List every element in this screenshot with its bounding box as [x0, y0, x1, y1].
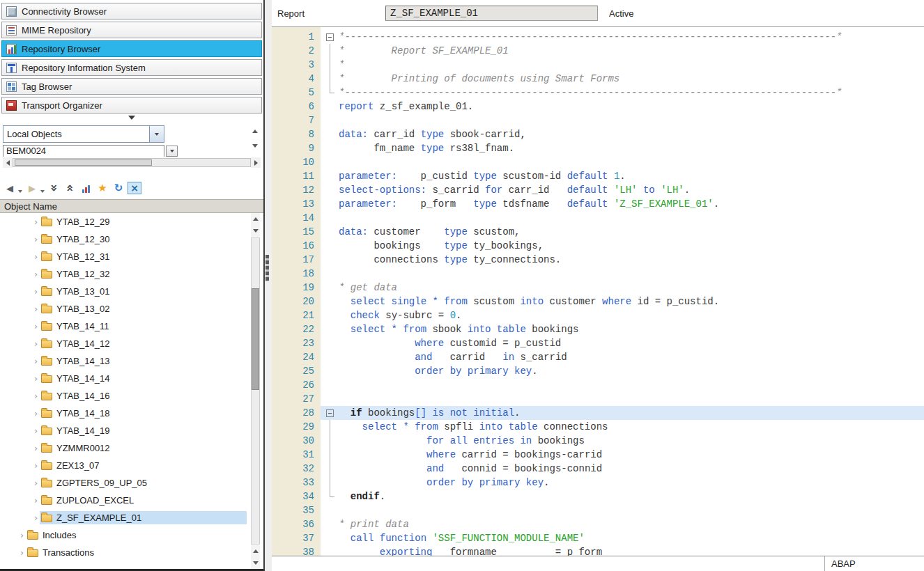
code-line[interactable]: 31 where carrid = bookings-carrid [272, 448, 924, 462]
code-line[interactable]: 36* print data [272, 517, 924, 531]
code-line[interactable]: 35 [272, 503, 924, 517]
code-line[interactable]: 26 [272, 378, 924, 392]
vertical-scroll-track[interactable] [251, 237, 260, 545]
tree-item-ytab_14_13[interactable]: ›YTAB_14_13 [0, 352, 263, 370]
tree-item-includes[interactable]: ›Includes [0, 526, 263, 544]
chevron-right-icon[interactable]: › [32, 234, 40, 244]
scroll-down-icon[interactable] [252, 144, 258, 148]
back-menu-caret-icon[interactable] [18, 190, 22, 193]
nav-repository-browser[interactable]: Repository Browser [1, 40, 262, 57]
tree-item-ytab_14_14[interactable]: ›YTAB_14_14 [0, 370, 263, 387]
chevron-right-icon[interactable]: › [32, 478, 40, 488]
chevron-right-icon[interactable]: › [18, 547, 26, 558]
code-line[interactable]: 13parameter: p_form type tdsfname defaul… [272, 197, 924, 211]
mini-vertical-scrollbar[interactable] [252, 130, 258, 148]
chevron-right-icon[interactable]: › [32, 513, 40, 523]
value-list-button[interactable] [166, 146, 178, 157]
scroll-down-button-bottom[interactable] [251, 557, 260, 569]
horizontal-scroll-thumb[interactable] [15, 159, 152, 166]
chevron-right-icon[interactable]: › [32, 269, 40, 279]
nav-tag-browser[interactable]: Tag Browser [1, 78, 262, 95]
scroll-up-button[interactable] [251, 213, 260, 225]
panel-splitter[interactable] [263, 0, 272, 571]
horizontal-scrollbar[interactable] [3, 157, 261, 168]
forward-icon[interactable] [25, 181, 39, 195]
chevron-right-icon[interactable]: › [32, 338, 40, 349]
code-line[interactable]: 34 endif. [272, 490, 924, 503]
code-line[interactable]: 37 call function 'SSF_FUNCTION_MODULE_NA… [272, 531, 924, 545]
refresh-icon[interactable] [111, 181, 125, 195]
code-line[interactable]: 15data: customer type scustom, [272, 225, 924, 239]
chevron-right-icon[interactable]: › [32, 321, 40, 331]
favorites-star-icon[interactable] [95, 181, 109, 195]
expand-all-icon[interactable] [47, 181, 61, 195]
code-editor[interactable]: 1*--------------------------------------… [272, 27, 924, 556]
splitter-grip-icon[interactable] [265, 255, 269, 281]
forward-menu-caret-icon[interactable] [40, 190, 45, 193]
tree-item-yzmmr0012[interactable]: ›YZMMR0012 [0, 439, 263, 457]
code-line[interactable]: 23 where customid = p_custid [272, 336, 924, 350]
dropdown-open-button[interactable] [149, 126, 164, 142]
nav-repository-information-system[interactable]: Repository Information System [1, 59, 262, 76]
chevron-right-icon[interactable]: › [32, 443, 40, 453]
chevron-right-icon[interactable]: › [32, 408, 40, 419]
tree-item-ytab_13_01[interactable]: ›YTAB_13_01 [0, 283, 263, 300]
code-line[interactable]: 6report z_sf_example_01. [272, 100, 924, 114]
code-line[interactable]: 28 if bookings[] is not initial. [272, 406, 924, 420]
back-icon[interactable] [3, 181, 17, 195]
code-line[interactable]: 12select-options: s_carrid for carr_id d… [272, 183, 924, 197]
code-line[interactable]: 30 for all entries in bookings [272, 434, 924, 448]
horizontal-scroll-track[interactable] [13, 158, 251, 167]
tree-item-ytab_14_12[interactable]: ›YTAB_14_12 [0, 335, 263, 352]
code-line[interactable]: 14 [272, 211, 924, 225]
scroll-up-button-bottom[interactable] [251, 545, 260, 557]
tree-item-ytab_14_19[interactable]: ›YTAB_14_19 [0, 422, 263, 439]
code-line[interactable]: 27 [272, 392, 924, 406]
tree-vertical-scrollbar[interactable] [250, 213, 261, 569]
code-line[interactable]: 3* [272, 58, 924, 72]
code-line[interactable]: 33 order by primary key. [272, 476, 924, 490]
chevron-right-icon[interactable]: › [18, 530, 26, 540]
tree-item-transactions[interactable]: ›Transactions [0, 544, 263, 561]
chevron-right-icon[interactable]: › [32, 373, 40, 384]
code-line[interactable]: 11parameter: p_custid type scustom-id de… [272, 169, 924, 183]
code-line[interactable]: 18 [272, 267, 924, 281]
scroll-left-button[interactable] [3, 157, 13, 168]
code-line[interactable]: 5*--------------------------------------… [272, 86, 924, 100]
close-icon[interactable] [128, 182, 141, 194]
chevron-right-icon[interactable]: › [32, 425, 40, 436]
code-line[interactable]: 20 select single * from scustom into cus… [272, 295, 924, 308]
code-line[interactable]: 38 exporting formname = p_form [272, 545, 924, 556]
fold-toggle-icon[interactable] [321, 406, 339, 420]
code-line[interactable]: 4* Printing of documents using Smart For… [272, 72, 924, 86]
code-line[interactable]: 10 [272, 155, 924, 169]
code-line[interactable]: 7 [272, 114, 924, 127]
tree-item-ytab_14_16[interactable]: ›YTAB_14_16 [0, 387, 263, 405]
sort-icon[interactable] [79, 181, 93, 195]
tree-item-ytab_12_31[interactable]: ›YTAB_12_31 [0, 248, 263, 265]
tree-item-zupload_excel[interactable]: ›ZUPLOAD_EXCEL [0, 492, 263, 509]
tree-item-ytab_12_30[interactable]: ›YTAB_12_30 [0, 230, 263, 248]
fold-toggle-icon[interactable] [321, 30, 339, 44]
tree-item-ytab_12_29[interactable]: ›YTAB_12_29 [0, 213, 263, 230]
code-line[interactable]: 22 select * from sbook into table bookin… [272, 322, 924, 336]
scope-dropdown[interactable]: Local Objects [3, 125, 164, 143]
tree-item-zex13_07[interactable]: ›ZEX13_07 [0, 457, 263, 474]
code-line[interactable]: 1*--------------------------------------… [272, 30, 924, 44]
report-name-input[interactable]: Z_SF_EXAMPLE_01 [385, 6, 598, 21]
vertical-scroll-thumb[interactable] [252, 288, 259, 390]
tree-item-ytab_12_32[interactable]: ›YTAB_12_32 [0, 265, 263, 283]
code-line[interactable]: 16 bookings type ty_bookings, [272, 239, 924, 253]
chevron-right-icon[interactable]: › [32, 391, 40, 401]
tree-item-ytab_14_18[interactable]: ›YTAB_14_18 [0, 405, 263, 422]
chevron-right-icon[interactable]: › [32, 356, 40, 366]
more-buttons-button[interactable] [0, 114, 263, 122]
scroll-up-icon[interactable] [252, 130, 258, 133]
nav-transport-organizer[interactable]: Transport Organizer [1, 97, 262, 114]
code-line[interactable]: 19* get data [272, 281, 924, 295]
nav-connectivity-browser[interactable]: Connectivity Browser [1, 3, 262, 19]
code-line[interactable]: 2* Report SF_EXAMPLE_01 [272, 44, 924, 58]
tree-item-ytab_14_11[interactable]: ›YTAB_14_11 [0, 318, 263, 335]
chevron-right-icon[interactable]: › [32, 304, 40, 314]
tree-item-ytab_13_02[interactable]: ›YTAB_13_02 [0, 300, 263, 318]
